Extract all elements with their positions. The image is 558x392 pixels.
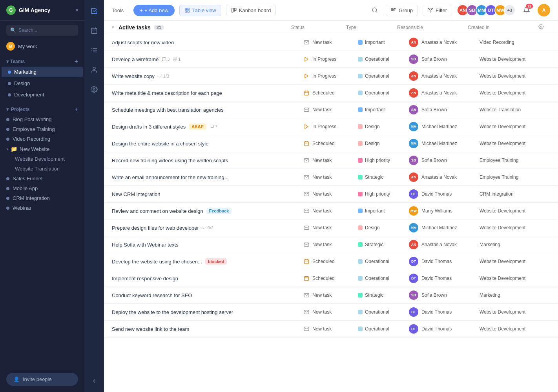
my-work-label: My work [18,44,37,49]
search-button[interactable] [368,4,381,16]
task-responsible: DT David Thomas [409,324,480,334]
table-row[interactable]: New CRM integration New task High priori… [104,186,558,203]
sidebar-item-design[interactable]: Design [2,78,83,89]
type-dot-icon [358,91,363,95]
table-row[interactable]: Develop a wireframe 3 1 In Progress Oper… [104,51,558,68]
video-recording-dot-icon [6,138,9,141]
notifications-button[interactable]: 12 [520,4,533,16]
search-input[interactable]: 🔍 Search... [6,25,78,36]
svg-point-11 [93,89,95,91]
task-created-in: Video Recording [480,40,550,45]
sidebar-item-development[interactable]: Development [2,89,83,100]
task-type: Important [358,208,409,214]
table-row[interactable]: Write website copy 1/3 In Progress Opera… [104,68,558,85]
responsible-avatar: DT [409,307,418,317]
plus-icon: + [140,7,143,13]
status-icon [303,309,310,316]
sidebar-item-marketing[interactable]: Marketing [2,67,83,77]
table-row[interactable]: Record new training videos using the wri… [104,152,558,169]
task-type: Important [358,107,409,113]
teams-section-header: ▾ Teams + [0,53,84,66]
projects-toggle[interactable]: ▾ Projects [6,107,29,112]
table-row[interactable]: Review and comment on website design Fee… [104,203,558,220]
tasks-icon-button[interactable] [88,5,100,17]
settings-icon-button[interactable] [88,83,100,96]
task-created-in: Website Development [480,124,550,129]
sidebar-item-mobile-app[interactable]: Mobile App [0,183,84,193]
type-dot-icon [358,310,363,314]
kanban-board-button[interactable]: Kanban board [226,5,276,16]
design-label: Design [14,80,30,86]
table-row[interactable]: Develop the website using the chosen... … [104,253,558,270]
collapse-sidebar-button[interactable] [88,375,100,387]
webinar-dot-icon [6,207,9,210]
sidebar-item-sales-funnel[interactable]: Sales Funnel [0,174,84,183]
add-project-button[interactable]: + [75,106,78,113]
table-row[interactable]: Prepare design files for web developer 0… [104,220,558,236]
crm-dot-icon [6,197,9,200]
table-row[interactable]: Send new website link to the team New ta… [104,321,558,338]
status-icon [303,224,310,231]
main-content: Tools + + Add new Table view Kanban boar… [104,0,558,392]
task-tag: ASAP [189,123,206,130]
table-row[interactable]: Design drafts in 3 different styles ASAP… [104,118,558,135]
svg-rect-23 [394,8,396,9]
sidebar-item-webinar[interactable]: Webinar [0,203,84,213]
add-team-button[interactable]: + [75,58,78,65]
responsible-avatar: DT [409,257,418,266]
task-created-in: Website Translation [480,107,550,113]
table-row[interactable]: Design the entire website in a chosen st… [104,135,558,152]
responsible-avatar: DT [409,274,418,283]
task-created-in: Website Development [480,90,550,96]
sidebar-bottom: 👤 Invite people [0,367,84,392]
col-header-status: Status [291,25,346,30]
svg-rect-40 [305,276,309,281]
person-icon-button[interactable] [88,64,100,76]
task-name: Schedule meetings with best translation … [112,107,303,113]
sidebar-header[interactable]: G GIM Agency ▾ [0,0,84,21]
filter-button[interactable]: Filter [423,5,452,16]
employee-training-dot-icon [6,128,9,131]
teams-section-toggle[interactable]: ▾ Teams [6,59,25,64]
kanban-board-label: Kanban board [239,7,271,13]
section-chevron-icon[interactable]: ▾ [112,25,114,29]
chevron-down-icon: ▾ [6,59,9,64]
table-row[interactable]: Deploy the website to the development ho… [104,304,558,321]
add-new-button[interactable]: + + Add new [133,5,175,16]
type-dot-icon [358,192,363,196]
task-name: Design the entire website in a chosen st… [112,141,303,147]
type-dot-icon [358,124,363,129]
calendar-icon-button[interactable] [88,24,100,37]
task-status: New task [303,224,358,231]
my-work-item[interactable]: M My work [0,40,84,53]
mobile-app-dot-icon [6,187,9,190]
list-icon-button[interactable] [88,44,100,56]
sidebar-item-website-translation[interactable]: Website Translation [0,164,84,174]
table-view-button[interactable]: Table view [179,5,221,16]
table-row[interactable]: Help Sofia with Webinar texts New task S… [104,236,558,253]
marketing-dot-icon [8,71,11,74]
invite-people-button[interactable]: 👤 Invite people [6,373,78,386]
table-row[interactable]: Schedule meetings with best translation … [104,102,558,118]
sidebar-item-employee-training[interactable]: Employee Training [0,124,84,134]
sidebar-item-crm-integration[interactable]: CRM Integration [0,193,84,203]
user-avatar[interactable]: A [538,4,550,16]
responsible-avatar: DT [409,324,418,334]
table-row[interactable]: Write an email announcement for the new … [104,169,558,186]
col-settings-icon[interactable] [538,24,550,31]
sidebar-item-website-development[interactable]: Website Development [0,154,84,164]
app-chevron-icon[interactable]: ▾ [76,7,78,13]
svg-rect-18 [235,8,236,11]
sidebar-item-new-website[interactable]: ▾ 📁 New Website [0,144,84,154]
sidebar-item-video-recording[interactable]: Video Recording [0,134,84,144]
avatar-extra-count[interactable]: +3 [504,4,516,16]
table-row[interactable]: Implement responsive design Scheduled Op… [104,270,558,287]
table-row[interactable]: Conduct keyword research for SEO New tas… [104,287,558,304]
table-row[interactable]: Write meta title & meta description for … [104,85,558,102]
status-icon [303,191,310,198]
task-responsible: AN Anastasia Novak [409,240,480,249]
task-status: In Progress [303,56,358,63]
sidebar-item-blog-post[interactable]: Blog Post Writing [0,114,84,124]
group-button[interactable]: Group [386,5,418,16]
table-row[interactable]: Adjust scripts for new video New task Im… [104,34,558,51]
